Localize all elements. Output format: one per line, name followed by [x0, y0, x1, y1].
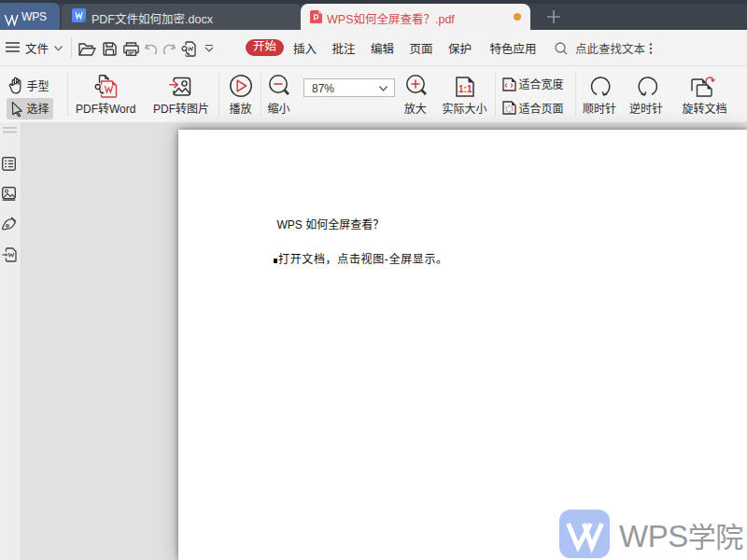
svg-text:1:1: 1:1	[458, 84, 472, 94]
